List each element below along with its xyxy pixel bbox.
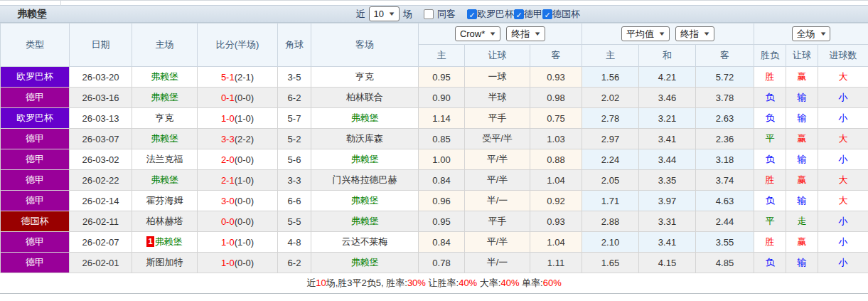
euro-home-odds: 2.88 (582, 211, 639, 232)
score-halftime: (0-0) (235, 196, 254, 206)
competition-checkbox-label[interactable]: 欧罗巴杯 (477, 8, 514, 21)
same-away-label[interactable]: 同客 (437, 8, 456, 21)
result-handicap: 走 (786, 211, 818, 232)
scope-select[interactable]: 全场 ▼ (792, 26, 831, 41)
euro-mode-select[interactable]: 终指 ▼ (675, 26, 714, 41)
score-fulltime: 1-0 (221, 258, 235, 268)
match-date: 26-02-11 (70, 211, 132, 232)
asia-home-odds: 0.85 (419, 129, 465, 149)
match-date: 26-03-20 (70, 67, 132, 88)
asia-away-odds: 0.93 (530, 211, 582, 232)
euro-home-odds: 2.97 (582, 129, 639, 149)
match-date: 26-02-14 (70, 191, 132, 211)
score-fulltime: 1-0 (221, 113, 235, 124)
asia-home-odds: 0.90 (419, 88, 465, 108)
home-team-cell: 弗赖堡 (132, 88, 198, 108)
score-halftime: (1-0) (235, 237, 254, 248)
asia-away-odds: 0.92 (530, 191, 582, 211)
home-team-cell: 斯图加特 (132, 253, 198, 273)
chevron-down-icon: ▼ (702, 31, 710, 37)
euro-away-odds: 4.85 (696, 253, 754, 273)
home-team-name: 弗赖堡 (151, 174, 178, 185)
table-row: 德甲26-03-02法兰克福2-0(0-0)5-6弗赖堡1.00平/半0.882… (1, 149, 868, 170)
euro-home-odds: 1.65 (582, 253, 639, 273)
away-team-name: 门兴格拉德巴赫 (333, 174, 397, 185)
asia-company-value: Crow* (460, 28, 485, 39)
score-fulltime: 1-0 (221, 237, 235, 248)
asia-mode-select[interactable]: 终指 ▼ (506, 26, 545, 41)
home-team-name: 弗赖堡 (151, 71, 178, 82)
match-type-badge: 德国杯 (1, 211, 70, 232)
summary-segment: 让胜率: (426, 278, 459, 288)
euro-draw-odds: 3.97 (639, 191, 696, 211)
match-history-table: 类型 日期 主场 比分(半场) 角球 客场 Crow* ▼ 终指 ▼ (0, 23, 868, 273)
euro-company-value: 平均值 (626, 28, 654, 41)
competition-checkbox-label[interactable]: 德国杯 (552, 8, 580, 21)
competition-checkbox[interactable]: ✓ (542, 9, 552, 19)
away-team-name: 弗赖堡 (351, 154, 379, 164)
asia-handicap-line: 半/一 (465, 191, 530, 211)
away-team-name: 勒沃库森 (346, 133, 383, 144)
summary-segment: 60% (543, 278, 562, 288)
subcol-euro-draw: 和 (639, 45, 696, 67)
result-goals: 小 (818, 88, 868, 108)
asia-away-odds: 1.04 (530, 232, 582, 253)
away-team-name: 弗赖堡 (351, 257, 379, 268)
table-row: 欧罗巴杯26-03-20弗赖堡5-1(2-1)3-5亨克0.95一球0.931.… (1, 67, 868, 88)
competition-checkbox-label[interactable]: 德甲 (524, 8, 542, 21)
score-cell: 3-0(0-0) (198, 191, 278, 211)
recent-count-value: 10 (374, 9, 384, 19)
corner-score: 6-2 (278, 253, 311, 273)
score-halftime: (1-0) (235, 175, 254, 186)
summary-segment: 单率: (519, 278, 542, 288)
score-cell: 2-0(0-0) (198, 149, 278, 170)
filter-controls: 近 10 ▼ 场 同客 ✓欧罗巴杯✓德甲✓德国杯 (356, 6, 580, 21)
subcol-result-winlose: 胜负 (754, 45, 786, 67)
asia-handicap-line: 半/一 (465, 253, 530, 273)
result-winlose: 胜 (754, 232, 786, 253)
competition-checkbox[interactable]: ✓ (514, 9, 524, 19)
away-team-cell: 弗赖堡 (311, 191, 419, 211)
euro-company-select[interactable]: 平均值 ▼ (621, 26, 670, 41)
score-fulltime: 2-1 (221, 175, 235, 186)
home-team-name: 法兰克福 (146, 154, 183, 164)
match-date: 26-02-01 (70, 253, 132, 273)
asia-company-select[interactable]: Crow* ▼ (455, 26, 500, 41)
result-goals: 大 (818, 170, 868, 191)
home-team-cell: 法兰克福 (132, 149, 198, 170)
away-team-cell: 勒沃库森 (311, 129, 419, 149)
result-winlose: 胜 (754, 67, 786, 88)
result-goals: 小 (818, 149, 868, 170)
subcol-euro-away: 客 (696, 45, 754, 67)
match-type-badge: 德甲 (1, 253, 70, 273)
result-winlose: 平 (754, 129, 786, 149)
score-cell: 3-3(2-2) (198, 129, 278, 149)
score-cell: 1-0(1-0) (198, 232, 278, 253)
euro-home-odds: 2.24 (582, 149, 639, 170)
corner-score: 3-3 (278, 170, 311, 191)
asia-home-odds: 0.84 (419, 170, 465, 191)
score-fulltime: 3-0 (221, 196, 235, 206)
away-team-cell: 弗赖堡 (311, 253, 419, 273)
same-away-checkbox[interactable] (424, 9, 434, 19)
euro-home-odds: 2.02 (582, 88, 639, 108)
competition-checkbox[interactable]: ✓ (467, 9, 477, 19)
euro-home-odds: 1.71 (582, 191, 639, 211)
asia-away-odds: 0.88 (530, 149, 582, 170)
euro-away-odds: 3.55 (696, 232, 754, 253)
result-handicap: 输 (786, 88, 818, 108)
away-team-cell: 弗赖堡 (311, 211, 419, 232)
table-row: 德甲26-02-071弗赖堡1-0(1-0)4-8云达不莱梅0.84平/半1.0… (1, 232, 868, 253)
summary-segment: 大率: (477, 278, 500, 288)
recent-count-select[interactable]: 10 ▼ (369, 6, 400, 21)
score-fulltime: 5-1 (221, 72, 235, 83)
match-table-body: 欧罗巴杯26-03-20弗赖堡5-1(2-1)3-5亨克0.95一球0.931.… (1, 67, 868, 273)
result-handicap: 赢 (786, 129, 818, 149)
col-header-corner: 角球 (278, 23, 311, 67)
euro-away-odds: 3.18 (696, 149, 754, 170)
summary-text: 近10场,胜3平2负5, 胜率:30% 让胜率:40% 大率:40% 单率:60… (306, 277, 561, 290)
summary-segment: 近 (306, 278, 316, 288)
home-team-cell: 霍芬海姆 (132, 191, 198, 211)
score-fulltime: 0-0 (221, 216, 235, 227)
result-handicap: 输 (786, 149, 818, 170)
